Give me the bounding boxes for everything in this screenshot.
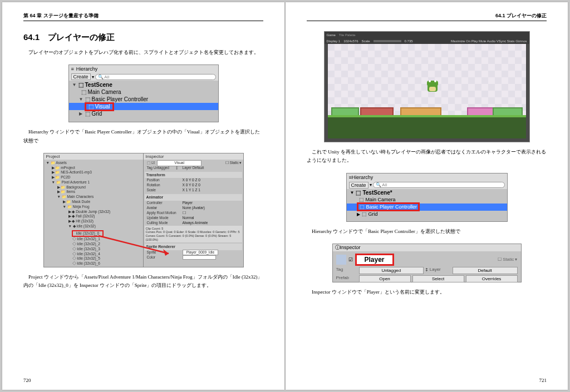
tree-item[interactable]: ▶ ◆ Fall (32x32) (67, 214, 142, 219)
tree-item-selected[interactable]: ⬚ Visual (69, 103, 218, 110)
create-button[interactable]: Create (349, 182, 368, 188)
overrides-button[interactable]: Overrides (466, 275, 518, 282)
tree-item[interactable]: ▶ ⬚ Grid (347, 211, 507, 218)
figure-game-view: Game Tile Palette Display 1 1024x576 Sca… (324, 31, 530, 142)
scale-slider[interactable] (374, 40, 401, 42)
tree-item[interactable]: ▼ ◆ Idle (32x32) (67, 224, 142, 229)
hierarchy-label: Hierarchy (76, 66, 98, 72)
tree-item[interactable]: ▼ 📁 Main Characters (56, 195, 142, 200)
ground (328, 115, 526, 138)
tree-item[interactable]: ▶⬚ Grid (69, 110, 218, 117)
scale-label: Scale (362, 39, 370, 43)
game-toolbar: Game Tile Palette (325, 32, 529, 38)
scene-row[interactable]: ▼⬚ TestScene (69, 81, 218, 88)
game-tab[interactable]: Game (327, 33, 336, 37)
inspector-tab: ⓘ Inspector (333, 244, 521, 251)
sprite-field[interactable]: Player_0009_Idle (183, 250, 219, 256)
paragraph: これで Unity を再生していない時もプレイヤーの画像が忍者ではなくカエルのキ… (307, 148, 547, 165)
tree-item[interactable]: ▼ 📁 Assets (45, 161, 142, 166)
search-input[interactable]: 🔍 All (95, 74, 216, 80)
scale-value: 0.735 (405, 39, 413, 43)
figure-inspector-player: ⓘ Inspector ☑ Player ☐ Static ▾ Tag Unta… (332, 244, 522, 282)
tree-item[interactable]: ◇ Idle (32x32)_6 (67, 261, 142, 266)
inspector-body: ☑ Player ☐ Static ▾ Tag Untagged ‡ Layer… (333, 251, 521, 285)
tree-item-selected[interactable]: ⬚ Basic Player Controller (347, 204, 507, 211)
game-right-options[interactable]: Maximize On Play Mute Audio VSync Stats … (451, 39, 527, 43)
drag-arrow-icon (96, 234, 174, 257)
hierarchy-tree: ▼⬚ TestScene ⬚ Main Camera ▼⬚ Basic Play… (69, 81, 218, 122)
page-number: 720 (23, 378, 31, 383)
prefab-label: Prefab (336, 275, 357, 282)
paragraph: Hierarchy ウィンドウで「Basic Player Controller… (23, 128, 263, 145)
paragraph: Inspector ウィンドウで「Player」という名前に変更します。 (307, 288, 547, 296)
running-head-right: 64.1 プレイヤーの修正 (307, 12, 547, 21)
tree-item[interactable]: ▶ 📁 NES-Action01-mp3 (51, 170, 142, 175)
tree-item[interactable]: ▼ 📁 Pixel Adventure 1 (51, 180, 142, 185)
right-page: 64.1 プレイヤーの修正 Game Tile Palette Display … (286, 2, 568, 390)
hierarchy-tab: ≡ Hierarchy (347, 173, 507, 181)
gameobject-icon (336, 255, 346, 265)
figure-hierarchy-bpc: ≡ Hierarchy Create▾ 🔍 All ▼ ⬚ TestScene*… (346, 173, 508, 222)
paragraph: プレイヤーのオブジェクトをプレハブ化する前に、スプライトとオブジェクト名を変更し… (23, 48, 263, 57)
figure-hierarchy-visual: ≡ Hierarchy Create ▾ 🔍 All ▼⬚ TestScene … (68, 64, 219, 122)
scene-row[interactable]: ▼ ⬚ TestScene* (347, 189, 507, 196)
tree-item[interactable]: ▼ 📁 Ninja Frog (62, 205, 142, 210)
tree-item[interactable]: ▶ 📁 PC2D (51, 175, 142, 180)
figure-project-inspector: Project ▼ 📁 Assets ▶ 📁 mProject ▶ 📁 NES-… (43, 153, 244, 267)
create-row: Create ▾ 🔍 All (69, 73, 218, 81)
tree-item[interactable]: ▶ 📁 Mask Dude (62, 200, 142, 205)
page-spread: 第 64 章 ステージを量産する準備 64.1 プレイヤーの修正 プレイヤーのオ… (2, 2, 568, 390)
create-row: Create▾ 🔍 All (347, 181, 507, 189)
tree-item[interactable]: ◇ Idle (32x32)_5 (67, 256, 142, 261)
search-input[interactable]: 🔍 All (373, 182, 505, 188)
hierarchy-tab: ≡ Hierarchy (69, 65, 218, 73)
game-options: Display 1 1024x576 Scale 0.735 Maximize … (325, 38, 529, 44)
transform-section[interactable]: Transform (145, 172, 242, 178)
game-viewport (328, 44, 526, 138)
menu-icon: ≡ (71, 66, 74, 72)
project-tab: Project (44, 153, 143, 160)
svg-line-0 (99, 236, 169, 254)
tree-item[interactable]: ▶ 📁 Items (56, 190, 142, 195)
player-sprite (427, 80, 438, 92)
open-button[interactable]: Open (359, 275, 411, 282)
static-checkbox[interactable]: ☐ Static ▾ (498, 257, 517, 262)
layer-select[interactable]: Default (453, 267, 518, 274)
page-number: 721 (539, 378, 547, 383)
paragraph: Hierarchy ウィンドウで「Basic Player Controller… (307, 227, 547, 236)
tree-item[interactable]: ⬚ Main Camera (69, 88, 218, 96)
running-head-left: 第 64 章 ステージを量産する準備 (23, 12, 263, 21)
display-select[interactable]: Display 1 (327, 39, 341, 43)
name-field[interactable]: Player (355, 254, 394, 266)
select-button[interactable]: Select (412, 275, 464, 282)
tag-label: Tag (336, 267, 357, 274)
section-heading: 64.1 プレイヤーの修正 (23, 32, 263, 43)
tree-item[interactable]: ▶ ◆ Hit (32x32) (67, 219, 142, 224)
paragraph: Project ウィンドウから「Assets/Pixel Adventure 1… (23, 273, 263, 290)
inspector-tab: Inspector (144, 153, 243, 160)
tile-palette-tab[interactable]: Tile Palette (339, 33, 356, 37)
animator-section[interactable]: Animator (145, 194, 242, 200)
create-button[interactable]: Create (71, 73, 91, 80)
tag-select[interactable]: Untagged (359, 267, 424, 274)
highlight-box: ⬚ Visual (85, 102, 114, 111)
layer-label: Layer (430, 267, 451, 274)
left-page: 第 64 章 ステージを量産する準備 64.1 プレイヤーの修正 プレイヤーのオ… (2, 2, 284, 390)
resolution-select[interactable]: 1024x576 (343, 39, 358, 43)
tree-item[interactable]: ▶ ◆ Double Jump (32x32) (67, 210, 142, 215)
dropdown-icon: ▾ (92, 75, 94, 80)
